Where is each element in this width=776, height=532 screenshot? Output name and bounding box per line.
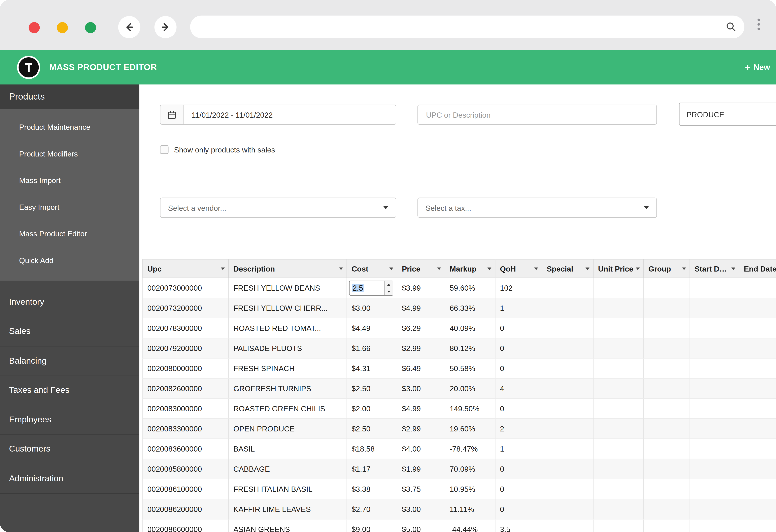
sidebar-item-sales[interactable]: Sales xyxy=(0,317,140,346)
cell-special[interactable] xyxy=(542,379,593,399)
forward-button[interactable] xyxy=(155,16,177,38)
cell-description[interactable]: ROASTED GREEN CHILIS xyxy=(229,399,347,419)
cell-start[interactable] xyxy=(690,298,739,318)
cell-price[interactable]: $3.75 xyxy=(397,479,445,499)
cell-qoh[interactable]: 3.5 xyxy=(496,520,542,532)
cell-price[interactable]: $3.99 xyxy=(397,278,445,298)
sort-chevron-icon[interactable] xyxy=(534,267,538,270)
cell-end[interactable] xyxy=(739,459,776,479)
cell-start[interactable] xyxy=(690,499,739,520)
cell-upc[interactable]: 0020080000000 xyxy=(143,359,229,379)
cell-upc[interactable]: 0020082600000 xyxy=(143,379,229,399)
column-header-markup[interactable]: Markup xyxy=(445,259,496,278)
cell-price[interactable]: $4.99 xyxy=(397,298,445,318)
sort-chevron-icon[interactable] xyxy=(636,267,640,270)
cell-cost[interactable]: $3.00 xyxy=(347,298,397,318)
column-header-cost[interactable]: Cost xyxy=(347,259,397,278)
cell-end[interactable] xyxy=(739,359,776,379)
cell-price[interactable]: $4.00 xyxy=(397,439,445,459)
url-input[interactable] xyxy=(200,16,716,38)
sort-chevron-icon[interactable] xyxy=(389,267,393,270)
minimize-button[interactable] xyxy=(57,22,68,33)
cell-start[interactable] xyxy=(690,278,739,298)
cell-special[interactable] xyxy=(542,439,593,459)
sidebar-item-customers[interactable]: Customers xyxy=(0,435,140,464)
cell-end[interactable] xyxy=(739,399,776,419)
cell-special[interactable] xyxy=(542,298,593,318)
cell-description[interactable]: FRESH YELLOW BEANS xyxy=(229,278,347,298)
cell-end[interactable] xyxy=(739,520,776,532)
cell-end[interactable] xyxy=(739,419,776,439)
cell-special[interactable] xyxy=(542,499,593,520)
search-icon[interactable] xyxy=(725,21,736,34)
cell-markup[interactable]: 59.60% xyxy=(445,278,496,298)
cell-description[interactable]: BASIL xyxy=(229,439,347,459)
cell-end[interactable] xyxy=(739,338,776,359)
column-header-end-date[interactable]: End Date xyxy=(739,259,776,278)
date-range-picker[interactable]: 11/01/2022 - 11/01/2022 xyxy=(160,104,396,125)
cell-markup[interactable]: 80.12% xyxy=(445,338,496,359)
cell-start[interactable] xyxy=(690,359,739,379)
back-button[interactable] xyxy=(118,16,141,38)
cell-upc[interactable]: 0020083000000 xyxy=(143,399,229,419)
cell-group[interactable] xyxy=(644,479,690,499)
new-button[interactable]: + New xyxy=(745,62,771,72)
cell-cost[interactable]: $2.00 xyxy=(347,399,397,419)
vendor-select[interactable]: Select a vendor... xyxy=(160,198,396,218)
cell-unit_price[interactable] xyxy=(593,459,644,479)
cell-markup[interactable]: 11.11% xyxy=(445,499,496,520)
sidebar-item-administration[interactable]: Administration xyxy=(0,464,140,494)
cell-group[interactable] xyxy=(644,419,690,439)
column-header-price[interactable]: Price xyxy=(397,259,445,278)
cell-markup[interactable]: 10.95% xyxy=(445,479,496,499)
cell-group[interactable] xyxy=(644,278,690,298)
cell-unit_price[interactable] xyxy=(593,338,644,359)
cell-price[interactable]: $4.99 xyxy=(397,399,445,419)
cell-unit_price[interactable] xyxy=(593,479,644,499)
cell-markup[interactable]: 149.50% xyxy=(445,399,496,419)
column-header-start-date[interactable]: Start Date xyxy=(690,259,739,278)
cell-end[interactable] xyxy=(739,479,776,499)
cell-start[interactable] xyxy=(690,459,739,479)
cell-cost[interactable]: $2.70 xyxy=(347,499,397,520)
cell-start[interactable] xyxy=(690,379,739,399)
cell-unit_price[interactable] xyxy=(593,520,644,532)
sales-filter-checkbox[interactable] xyxy=(160,146,169,154)
sidebar-item-taxes-and-fees[interactable]: Taxes and Fees xyxy=(0,376,140,405)
cell-special[interactable] xyxy=(542,338,593,359)
cell-qoh[interactable]: 0 xyxy=(496,499,542,520)
sort-chevron-icon[interactable] xyxy=(585,267,589,270)
number-spinner[interactable] xyxy=(384,281,393,295)
category-input[interactable] xyxy=(679,102,776,126)
cell-unit_price[interactable] xyxy=(593,499,644,520)
cell-end[interactable] xyxy=(739,499,776,520)
cell-description[interactable]: CABBAGE xyxy=(229,459,347,479)
sidebar-item-easy-import[interactable]: Easy Import xyxy=(0,194,140,221)
cell-unit_price[interactable] xyxy=(593,379,644,399)
cell-group[interactable] xyxy=(644,439,690,459)
cell-price[interactable]: $3.00 xyxy=(397,499,445,520)
cell-qoh[interactable]: 0 xyxy=(496,479,542,499)
cell-description[interactable]: ASIAN GREENS xyxy=(229,520,347,532)
cell-markup[interactable]: -44.44% xyxy=(445,520,496,532)
cell-upc[interactable]: 0020085800000 xyxy=(143,459,229,479)
cell-group[interactable] xyxy=(644,338,690,359)
cell-end[interactable] xyxy=(739,278,776,298)
cell-unit_price[interactable] xyxy=(593,439,644,459)
cell-upc[interactable]: 0020073000000 xyxy=(143,278,229,298)
sidebar-item-products[interactable]: Products xyxy=(0,84,140,108)
cell-unit_price[interactable] xyxy=(593,399,644,419)
cell-upc[interactable]: 0020086600000 xyxy=(143,520,229,532)
cell-markup[interactable]: 50.58% xyxy=(445,359,496,379)
sidebar-item-balancing[interactable]: Balancing xyxy=(0,346,140,376)
cell-description[interactable]: OPEN PRODUCE xyxy=(229,419,347,439)
sidebar-item-mass-product-editor[interactable]: Mass Product Editor xyxy=(0,220,140,247)
column-header-upc[interactable]: Upc xyxy=(143,259,229,278)
cell-end[interactable] xyxy=(739,298,776,318)
url-bar[interactable] xyxy=(190,16,744,38)
cell-qoh[interactable]: 1 xyxy=(496,298,542,318)
sort-chevron-icon[interactable] xyxy=(488,267,492,270)
cell-markup[interactable]: 66.33% xyxy=(445,298,496,318)
cost-edit-input[interactable]: 2.5 xyxy=(349,280,393,295)
cell-markup[interactable]: 20.00% xyxy=(445,379,496,399)
